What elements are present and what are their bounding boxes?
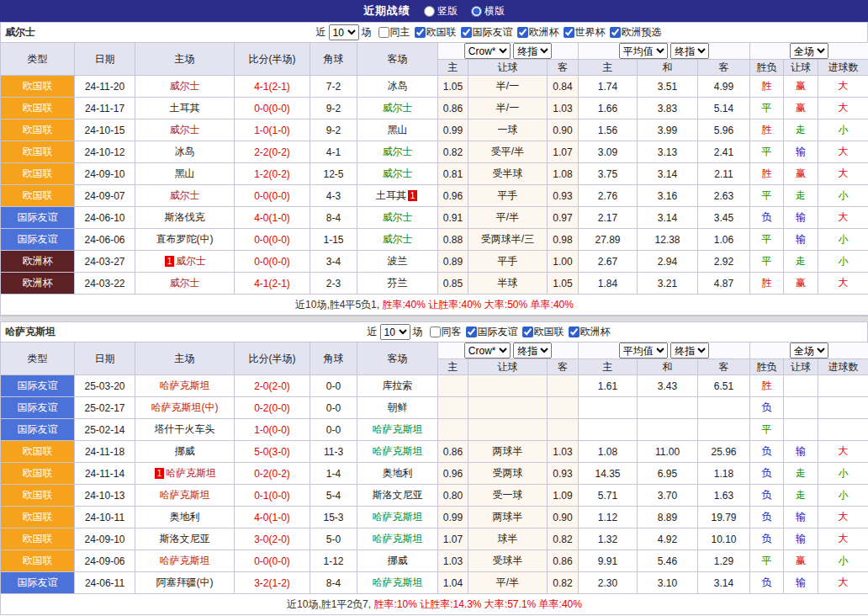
filter-option[interactable]: 世界杯 bbox=[564, 25, 606, 40]
filter-option-label: 欧国联 bbox=[426, 25, 457, 40]
avg-source-select[interactable]: 平均值 bbox=[619, 43, 668, 59]
scope-select[interactable]: 全场 bbox=[790, 43, 828, 59]
filter-checkbox[interactable] bbox=[466, 327, 477, 337]
result-handicap: 输 bbox=[784, 441, 818, 463]
filter-option[interactable]: 欧洲杯 bbox=[569, 325, 611, 339]
crown-odds-home: 0.96 bbox=[438, 463, 468, 485]
layout-option-horizontal[interactable]: 横版 bbox=[471, 4, 505, 19]
team-name: 威尔士 bbox=[170, 80, 200, 92]
summary-stats: 胜率:40% 让胜率:40% 大率:50% 单率:40% bbox=[382, 299, 573, 311]
team-name: 哈萨克斯坦 bbox=[373, 423, 423, 435]
avg-odds-group-header: 平均值 终指 bbox=[579, 43, 750, 60]
corner-score: 8-4 bbox=[310, 572, 357, 594]
filter-option[interactable]: 欧国联 bbox=[415, 25, 457, 40]
crown-odds-home: 1.07 bbox=[438, 528, 468, 550]
filter-option[interactable]: 欧洲预选 bbox=[610, 25, 662, 40]
filter-checkbox[interactable] bbox=[415, 27, 426, 38]
home-team: 阿塞拜疆(中) bbox=[135, 572, 235, 594]
header-result-goals: 进球数 bbox=[818, 60, 868, 76]
result-outcome: 胜 bbox=[750, 375, 784, 397]
filter-checkbox[interactable] bbox=[461, 27, 472, 38]
crown-handicap: 受两球 bbox=[468, 463, 548, 485]
filter-checkbox[interactable] bbox=[564, 27, 574, 38]
crown-odds-group-header: Crow* 终指 bbox=[438, 343, 579, 359]
filter-checkbox[interactable] bbox=[430, 327, 441, 337]
score: 4-1(2-1) bbox=[235, 76, 310, 98]
layout-option-vertical[interactable]: 竖版 bbox=[424, 4, 458, 19]
avg-odds-home: 3.09 bbox=[579, 141, 638, 163]
filter-bar: 近 10 场 同主欧国联国际友谊欧洲杯世界杯欧洲预选 bbox=[114, 24, 863, 40]
result-goals: 大 bbox=[818, 507, 868, 528]
result-outcome: 平 bbox=[750, 229, 784, 251]
match-count-select[interactable]: 10 bbox=[329, 24, 359, 40]
avg-odds-home: 5.71 bbox=[579, 485, 638, 507]
avg-time-select[interactable]: 终指 bbox=[670, 343, 709, 358]
result-handicap: 输 bbox=[784, 507, 818, 528]
filter-option[interactable]: 欧国联 bbox=[522, 325, 564, 339]
match-row: 国际友谊25-02-17哈萨克斯坦(中)0-2(0-0)0-0朝鲜负 bbox=[1, 397, 868, 419]
filter-checkbox[interactable] bbox=[569, 327, 580, 337]
odds-time-select[interactable]: 终指 bbox=[513, 343, 552, 358]
home-team: 威尔士 bbox=[135, 119, 235, 141]
odds-source-select[interactable]: Crow* bbox=[464, 43, 511, 59]
crown-odds-away bbox=[548, 419, 579, 441]
score: 3-0(2-0) bbox=[235, 528, 310, 550]
home-team: 斯洛文尼亚 bbox=[135, 528, 235, 550]
team-name: 威尔士 bbox=[170, 124, 200, 135]
summary-record: 近10场,胜1平2负7, bbox=[287, 598, 371, 610]
match-row: 欧国联24-10-12冰岛2-2(0-2)4-1威尔士0.82受平/半1.073… bbox=[1, 141, 868, 163]
scope-select[interactable]: 全场 bbox=[790, 343, 828, 358]
team-name: 挪威 bbox=[175, 445, 195, 457]
filter-option[interactable]: 国际友谊 bbox=[461, 25, 513, 40]
horizontal-layout-radio[interactable] bbox=[471, 6, 482, 17]
home-team: 威尔士 bbox=[135, 185, 235, 207]
vertical-layout-label: 竖版 bbox=[437, 4, 458, 19]
team-name: 哈萨克斯坦 bbox=[160, 489, 210, 501]
match-count-select[interactable]: 10 bbox=[380, 324, 410, 340]
filter-checkbox[interactable] bbox=[378, 27, 389, 38]
avg-odds-group-header: 平均值 终指 bbox=[579, 343, 750, 359]
crown-odds-away: 1.03 bbox=[548, 98, 579, 119]
filter-checkbox[interactable] bbox=[610, 27, 621, 38]
crown-odds-home bbox=[438, 397, 468, 419]
home-team: 哈萨克斯坦(中) bbox=[135, 397, 235, 419]
odds-time-select[interactable]: 终指 bbox=[513, 43, 552, 59]
crown-handicap: 平/半 bbox=[468, 572, 548, 594]
filter-options: 同主欧国联国际友谊欧洲杯世界杯欧洲预选 bbox=[374, 25, 662, 40]
crown-odds-home: 0.96 bbox=[438, 185, 468, 207]
header-odds-home: 主 bbox=[438, 60, 468, 76]
crown-odds-home: 1.03 bbox=[438, 550, 468, 572]
filter-option[interactable]: 同主 bbox=[378, 25, 410, 40]
avg-source-select[interactable]: 平均值 bbox=[619, 343, 668, 358]
corner-score: 1-12 bbox=[310, 550, 357, 572]
filter-option[interactable]: 同客 bbox=[430, 325, 462, 339]
home-team: 哈萨克斯坦 bbox=[135, 485, 235, 507]
result-goals: 小 bbox=[818, 550, 868, 572]
filter-checkbox[interactable] bbox=[517, 27, 528, 38]
crown-odds-away: 1.08 bbox=[548, 163, 579, 185]
result-goals: 小 bbox=[818, 229, 868, 251]
header-date: 日期 bbox=[75, 343, 135, 375]
filter-option-label: 国际友谊 bbox=[473, 25, 513, 40]
match-row: 欧国联24-09-06哈萨克斯坦0-0(0-0)1-12挪威1.03受球半0.8… bbox=[1, 550, 868, 572]
corner-score: 8-4 bbox=[310, 207, 357, 229]
avg-odds-draw bbox=[638, 397, 698, 419]
result-outcome: 负 bbox=[750, 207, 784, 229]
avg-odds-away: 2.11 bbox=[698, 163, 750, 185]
result-handicap: 赢 bbox=[784, 76, 818, 98]
avg-odds-draw: 11.00 bbox=[638, 441, 698, 463]
crown-odds-home: 0.82 bbox=[438, 141, 468, 163]
score: 0-0(0-0) bbox=[235, 229, 310, 251]
filter-option[interactable]: 国际友谊 bbox=[466, 325, 518, 339]
header-corner: 角球 bbox=[310, 343, 357, 375]
filter-option[interactable]: 欧洲杯 bbox=[517, 25, 559, 40]
score: 0-2(0-2) bbox=[235, 463, 310, 485]
home-team: 土耳其 bbox=[135, 98, 235, 119]
crown-handicap: 受球半 bbox=[468, 550, 548, 572]
result-handicap: 输 bbox=[784, 572, 818, 594]
odds-source-select[interactable]: Crow* bbox=[464, 343, 511, 358]
vertical-layout-radio[interactable] bbox=[424, 6, 435, 17]
avg-time-select[interactable]: 终指 bbox=[670, 43, 709, 59]
filter-checkbox[interactable] bbox=[522, 327, 533, 337]
match-row: 国际友谊24-06-06直布罗陀(中)0-0(0-0)1-15威尔士0.88受两… bbox=[1, 229, 868, 251]
